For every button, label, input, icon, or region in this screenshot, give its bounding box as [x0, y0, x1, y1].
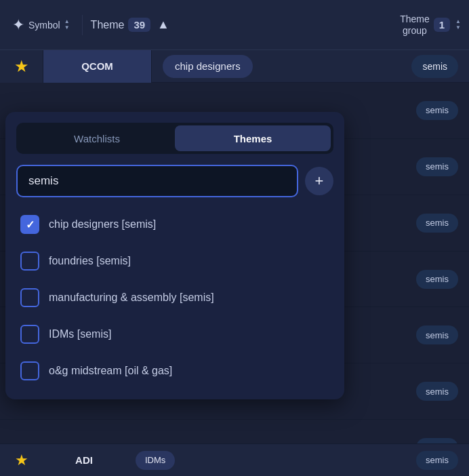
checkbox-idms[interactable]	[20, 325, 39, 344]
theme-chip[interactable]: chip designers	[163, 55, 253, 78]
theme-chevron-up-button[interactable]: ▲	[155, 15, 172, 35]
bottom-semis-chip[interactable]: semis	[416, 451, 458, 470]
checkbox-chip-designers[interactable]: ✓	[20, 215, 39, 234]
theme-label: Theme	[91, 19, 125, 31]
theme-count-badge: 39	[128, 18, 150, 32]
symbol-chevron-icon: ▲▼	[64, 19, 70, 31]
item-label-foundries: foundries [semis]	[49, 255, 131, 267]
theme-group-label: Theme group	[400, 14, 430, 37]
search-row: +	[16, 165, 333, 197]
theme-group-section: Theme group 1 ▲▼	[400, 14, 461, 37]
ticker-label: QCOM	[81, 60, 113, 72]
search-input[interactable]	[16, 165, 298, 197]
semis-tag: semis	[416, 101, 458, 120]
tab-switcher: Watchlists Themes	[16, 123, 333, 154]
semis-tag: semis	[416, 214, 458, 233]
divider	[82, 15, 83, 35]
list-item[interactable]: foundries [semis]	[16, 243, 333, 279]
symbol-label: Symbol	[28, 20, 60, 31]
item-label-chip-designers: chip designers [semis]	[49, 218, 156, 231]
checkmark-icon: ✓	[26, 218, 35, 231]
theme-group-chevron-icon: ▲▼	[455, 19, 461, 31]
tab-watchlists[interactable]: Watchlists	[19, 125, 175, 151]
list-item[interactable]: IDMs [semis]	[16, 317, 333, 352]
add-theme-button[interactable]: +	[305, 167, 333, 195]
tab-themes[interactable]: Themes	[175, 125, 331, 151]
checkbox-og-midstream[interactable]	[20, 361, 39, 380]
bottom-star-icon: ★	[15, 452, 28, 469]
list-item[interactable]: manufacturing & assembly [semis]	[16, 280, 333, 315]
semis-tag: semis	[416, 382, 458, 401]
star-icon: ★	[14, 57, 29, 76]
toolbar: ✦ Symbol ▲▼ Theme 39 ▲ Theme group 1 ▲▼	[0, 0, 469, 50]
checkbox-list: ✓ chip designers [semis] foundries [semi…	[16, 207, 333, 389]
row-header: ★ QCOM chip designers semis	[0, 50, 469, 83]
theme-group-count-badge: 1	[434, 18, 450, 32]
item-label-idms: IDMs [semis]	[49, 328, 111, 340]
bottom-idms-chip[interactable]: IDMs	[136, 451, 175, 470]
item-label-manufacturing: manufacturing & assembly [semis]	[49, 292, 214, 304]
checkbox-manufacturing[interactable]	[20, 288, 39, 307]
bottom-ticker: ADI	[43, 454, 125, 466]
theme-section: Theme 39 ▲	[91, 15, 172, 35]
bottom-row: ★ ADI IDMs semis	[0, 443, 469, 476]
bottom-star-cell[interactable]: ★	[0, 452, 43, 469]
theme-dropdown-panel: Watchlists Themes + ✓ chip designers [se…	[5, 112, 344, 399]
symbol-button[interactable]: ✦ Symbol ▲▼	[8, 14, 74, 37]
semis-tag: semis	[416, 270, 458, 289]
ticker-cell: QCOM	[43, 50, 152, 83]
sparkle-icon: ✦	[12, 16, 24, 34]
checkbox-foundries[interactable]	[20, 252, 39, 271]
list-item[interactable]: o&g midstream [oil & gas]	[16, 353, 333, 389]
item-label-og-midstream: o&g midstream [oil & gas]	[49, 365, 172, 377]
list-item[interactable]: ✓ chip designers [semis]	[16, 207, 333, 242]
semis-tag: semis	[416, 325, 458, 344]
star-cell[interactable]: ★	[0, 50, 43, 83]
semis-chip[interactable]: semis	[411, 55, 458, 78]
semis-tag: semis	[416, 157, 458, 176]
